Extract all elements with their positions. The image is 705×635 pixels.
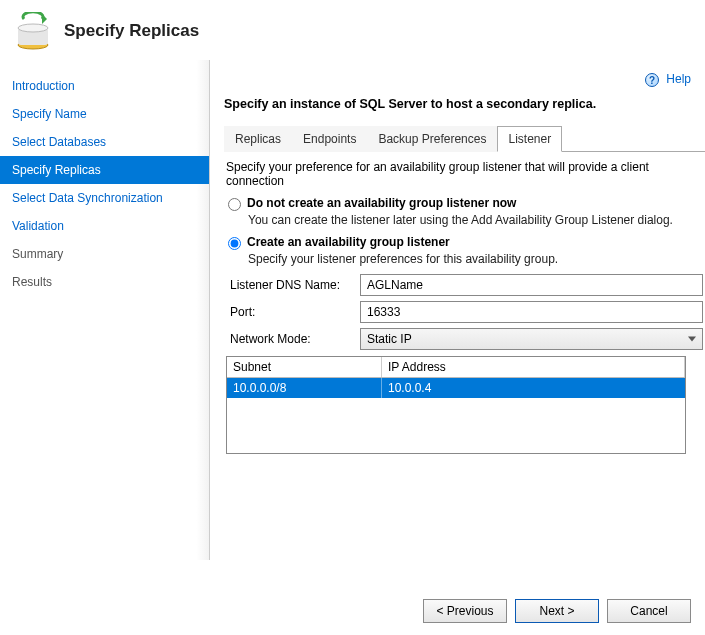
tab-backup-preferences[interactable]: Backup Preferences: [367, 126, 497, 152]
help-link[interactable]: Help: [666, 72, 691, 86]
radio-create-sub: Specify your listener preferences for th…: [248, 252, 703, 266]
previous-button[interactable]: < Previous: [423, 599, 507, 623]
subnet-grid-row[interactable]: 10.0.0.0/8 10.0.0.4: [227, 378, 685, 398]
wizard-body: Introduction Specify Name Select Databas…: [0, 60, 705, 560]
next-button[interactable]: Next >: [515, 599, 599, 623]
subnet-header[interactable]: Subnet: [227, 357, 382, 377]
radio-do-not-create-sub: You can create the listener later using …: [248, 213, 703, 227]
listener-tab-page: Specify your preference for an availabil…: [224, 152, 705, 460]
wizard-steps-sidebar: Introduction Specify Name Select Databas…: [0, 60, 210, 560]
dns-name-label: Listener DNS Name:: [230, 278, 360, 292]
page-title: Specify Replicas: [64, 21, 199, 41]
cancel-button[interactable]: Cancel: [607, 599, 691, 623]
wizard-header: Specify Replicas: [0, 0, 705, 60]
tab-listener[interactable]: Listener: [497, 126, 562, 152]
port-input[interactable]: [360, 301, 703, 323]
svg-point-2: [18, 24, 48, 32]
wizard-footer: < Previous Next > Cancel: [423, 599, 691, 623]
sidebar-item-specify-name[interactable]: Specify Name: [0, 100, 209, 128]
tab-replicas[interactable]: Replicas: [224, 126, 292, 152]
sidebar-item-introduction[interactable]: Introduction: [0, 72, 209, 100]
subnet-grid-header: Subnet IP Address: [227, 357, 685, 378]
radio-do-not-create[interactable]: Do not create an availability group list…: [226, 196, 703, 211]
network-mode-value: Static IP: [367, 332, 412, 346]
sidebar-item-summary[interactable]: Summary: [0, 240, 209, 268]
radio-do-not-create-input[interactable]: [228, 198, 241, 211]
ip-cell: 10.0.0.4: [382, 378, 685, 398]
sidebar-item-results[interactable]: Results: [0, 268, 209, 296]
wizard-icon: [14, 12, 52, 50]
subnet-cell: 10.0.0.0/8: [227, 378, 382, 398]
instruction-text: Specify an instance of SQL Server to hos…: [224, 97, 705, 125]
listener-form: Listener DNS Name: Port: Network Mode: S…: [230, 274, 703, 350]
radio-create[interactable]: Create an availability group listener: [226, 235, 703, 250]
sidebar-item-specify-replicas[interactable]: Specify Replicas: [0, 156, 209, 184]
port-label: Port:: [230, 305, 360, 319]
help-icon: ?: [645, 73, 659, 87]
sidebar-item-select-databases[interactable]: Select Databases: [0, 128, 209, 156]
tab-bar: Replicas Endpoints Backup Preferences Li…: [224, 125, 705, 152]
listener-pref-desc: Specify your preference for an availabil…: [226, 160, 703, 188]
wizard-content: ? Help Specify an instance of SQL Server…: [210, 60, 705, 560]
sidebar-item-validation[interactable]: Validation: [0, 212, 209, 240]
radio-create-label: Create an availability group listener: [247, 235, 450, 249]
tab-endpoints[interactable]: Endpoints: [292, 126, 367, 152]
radio-create-input[interactable]: [228, 237, 241, 250]
network-mode-combo[interactable]: Static IP: [360, 328, 703, 350]
dns-name-input[interactable]: [360, 274, 703, 296]
ip-header[interactable]: IP Address: [382, 357, 685, 377]
network-mode-label: Network Mode:: [230, 332, 360, 346]
sidebar-item-select-data-sync[interactable]: Select Data Synchronization: [0, 184, 209, 212]
radio-do-not-create-label: Do not create an availability group list…: [247, 196, 516, 210]
subnet-grid[interactable]: Subnet IP Address 10.0.0.0/8 10.0.0.4: [226, 356, 686, 454]
